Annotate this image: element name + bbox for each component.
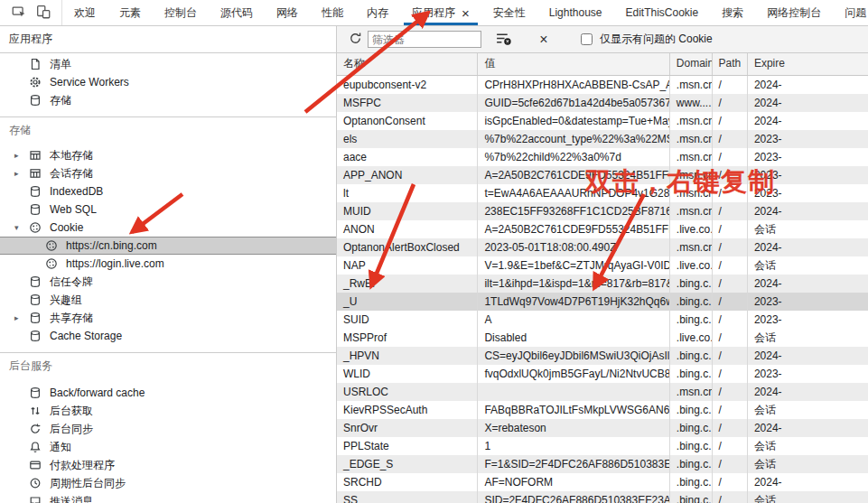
- cookie-expires-cell[interactable]: 2024-: [748, 275, 868, 293]
- cookie-expires-cell[interactable]: 2023-: [748, 148, 868, 166]
- tab-elements[interactable]: 元素: [107, 0, 153, 25]
- column-header-path[interactable]: Path: [713, 53, 748, 75]
- cookie-value-cell[interactable]: %7b%22account_type%22%3a%22MSA%22%...: [478, 130, 669, 148]
- tab-network-console[interactable]: 网络控制台: [755, 0, 833, 25]
- tab-welcome[interactable]: 欢迎: [62, 0, 107, 25]
- cookie-name-cell[interactable]: eupubconsent-v2: [337, 76, 478, 94]
- cookie-domain-cell[interactable]: .msn.cn: [670, 202, 713, 220]
- cookie-value-cell[interactable]: F=1&SID=2F4DFC26AF886D510383EF23AEEE...: [478, 455, 669, 473]
- cookie-value-cell[interactable]: %7b%22child%22%3a0%7d: [478, 148, 669, 166]
- cookie-expires-cell[interactable]: 会话: [748, 256, 868, 275]
- cookie-expires-cell[interactable]: 2024-: [748, 112, 868, 130]
- cookie-expires-cell[interactable]: 2024-: [748, 419, 868, 437]
- cookie-domain-cell[interactable]: .msn.cn: [670, 130, 713, 148]
- cookie-row[interactable]: MSFPCGUID=5cfe62d67b1a42d4be5a0573676409…: [337, 94, 868, 112]
- cookie-filter-input[interactable]: [368, 31, 481, 48]
- chevron-right-icon[interactable]: ▸: [14, 313, 29, 322]
- cookie-expires-cell[interactable]: 2024-: [748, 473, 868, 491]
- cookie-value-cell[interactable]: CS=eyJQbil6eyJDbil6MSwiU3QiOjAsIlFzIjowL…: [478, 347, 669, 365]
- cookie-domain-cell[interactable]: .bing.c...: [670, 347, 713, 365]
- cookie-name-cell[interactable]: _RwBf: [337, 275, 478, 293]
- cookie-value-cell[interactable]: A=2A50B2C761CDE9FD55324B51FFFFFFFF&E...: [478, 166, 669, 184]
- tab-memory[interactable]: 内存: [355, 0, 400, 25]
- column-header-name[interactable]: 名称: [337, 53, 478, 75]
- cookie-row[interactable]: MUID238EC15FF93268FF1C1CD25BF871696F.msn…: [337, 202, 868, 220]
- cookie-name-cell[interactable]: WLID: [337, 365, 478, 383]
- only-problem-cookies-checkbox[interactable]: [581, 33, 593, 45]
- cookie-row[interactable]: _EDGE_SF=1&SID=2F4DFC26AF886D510383EF23A…: [337, 455, 868, 473]
- cookie-domain-cell[interactable]: .msn.cn: [670, 238, 713, 256]
- cookie-expires-cell[interactable]: 2024-: [748, 94, 868, 112]
- cookie-domain-cell[interactable]: .msn.cn: [670, 383, 713, 401]
- cookie-name-cell[interactable]: MSPProf: [337, 329, 478, 347]
- cookie-expires-cell[interactable]: 2024-: [748, 202, 868, 220]
- cookie-name-cell[interactable]: PPLState: [337, 437, 478, 455]
- cookie-expires-cell[interactable]: 2024-: [748, 238, 868, 256]
- cookie-row[interactable]: SnrOvrX=rebateson.bing.c.../2024-: [337, 419, 868, 437]
- sidebar-item-interest-groups[interactable]: 兴趣组: [0, 291, 336, 309]
- cookie-name-cell[interactable]: SUID: [337, 311, 478, 329]
- cookie-value-cell[interactable]: 1TLdWq97Vow4D7P6T19HjK32hQq6wYrKqEn...: [478, 293, 669, 311]
- cookie-path-cell[interactable]: /: [713, 437, 748, 455]
- cookie-expires-cell[interactable]: 2024-: [748, 347, 868, 365]
- cookie-path-cell[interactable]: /: [713, 491, 748, 503]
- cookie-value-cell[interactable]: V=1.9&E=1bef&C=ZTJMrqAyaGI-V0IDpCmN...: [478, 256, 669, 275]
- cookie-path-cell[interactable]: /: [713, 184, 748, 202]
- cookie-domain-cell[interactable]: .live.co...: [670, 256, 713, 275]
- sidebar-item-trust-tokens[interactable]: 信任令牌: [0, 273, 336, 291]
- cookie-row[interactable]: OptanonAlertBoxClosed2023-05-01T18:08:00…: [337, 238, 868, 256]
- cookie-row[interactable]: els%7b%22account_type%22%3a%22MSA%22%...…: [337, 130, 868, 148]
- cookie-expires-cell[interactable]: 会话: [748, 437, 868, 455]
- cookie-path-cell[interactable]: /: [713, 220, 748, 238]
- chevron-down-icon[interactable]: ▾: [14, 223, 29, 232]
- cookie-path-cell[interactable]: /: [713, 329, 748, 347]
- cookie-name-cell[interactable]: NAP: [337, 256, 478, 275]
- tab-editthiscookie[interactable]: EditThisCookie: [613, 0, 710, 25]
- refresh-button[interactable]: [344, 29, 366, 51]
- cookie-row[interactable]: ltt=EwA4A6AEAAAURnNPDOP4v1G28DRF5A6y....…: [337, 184, 868, 202]
- cookie-value-cell[interactable]: isGpcEnabled=0&datestamp=Tue+May+02+...: [478, 112, 669, 130]
- cookie-path-cell[interactable]: /: [713, 293, 748, 311]
- cookie-expires-cell[interactable]: 2023-: [748, 365, 868, 383]
- cookie-path-cell[interactable]: /: [713, 148, 748, 166]
- cookie-row[interactable]: ANONA=2A50B2C761CDE9FD55324B51FFFFFFFF&E…: [337, 220, 868, 238]
- cookie-path-cell[interactable]: /: [713, 256, 748, 275]
- tab-lighthouse[interactable]: Lighthouse: [537, 0, 614, 25]
- cookie-name-cell[interactable]: MUID: [337, 202, 478, 220]
- sidebar-item-manifest[interactable]: 清单: [0, 55, 336, 73]
- cookie-expires-cell[interactable]: 会话: [748, 455, 868, 473]
- cookie-domain-cell[interactable]: www....: [670, 94, 713, 112]
- cookie-row[interactable]: SSSID=2F4DFC26AF886D510383EF23AEEE6C5C..…: [337, 491, 868, 503]
- cookie-value-cell[interactable]: Disabled: [478, 329, 669, 347]
- cookie-domain-cell[interactable]: .live.co...: [670, 220, 713, 238]
- cookie-name-cell[interactable]: APP_ANON: [337, 166, 478, 184]
- cookie-expires-cell[interactable]: 会话: [748, 491, 868, 503]
- cookie-value-cell[interactable]: fvqOdxlUQk0jmB5GFayL/Ni2NtvUCB8tLafBga..…: [478, 365, 669, 383]
- cookie-name-cell[interactable]: aace: [337, 148, 478, 166]
- cookie-name-cell[interactable]: USRLOC: [337, 383, 478, 401]
- cookie-domain-cell[interactable]: .bing.c...: [670, 455, 713, 473]
- cookie-name-cell[interactable]: _U: [337, 293, 478, 311]
- cookie-name-cell[interactable]: ANON: [337, 220, 478, 238]
- cookie-row[interactable]: eupubconsent-v2CPrH8HXPrH8HXAcABBENB-CsA…: [337, 76, 868, 94]
- cookie-domain-cell[interactable]: .bing.c...: [670, 437, 713, 455]
- sidebar-item-shared-storage[interactable]: ▸共享存储: [0, 309, 336, 327]
- cookie-name-cell[interactable]: SRCHD: [337, 473, 478, 491]
- cookie-name-cell[interactable]: MSFPC: [337, 94, 478, 112]
- cookie-value-cell[interactable]: AF=NOFORM: [478, 473, 669, 491]
- tab-security[interactable]: 安全性: [481, 0, 537, 25]
- cookie-expires-cell[interactable]: 2024-: [748, 76, 868, 94]
- cookie-name-cell[interactable]: OptanonConsent: [337, 112, 478, 130]
- cookie-domain-cell[interactable]: .bing.c...: [670, 491, 713, 503]
- cookie-row[interactable]: SRCHDAF=NOFORM.bing.c.../2024-: [337, 473, 868, 491]
- cookie-path-cell[interactable]: /: [713, 455, 748, 473]
- cookie-value-cell[interactable]: FABqBBRaTOJILtFsMkpLVWSG6AN6C/svRwN...: [478, 401, 669, 419]
- cookie-value-cell[interactable]: 238EC15FF93268FF1C1CD25BF871696F: [478, 202, 669, 220]
- sidebar-item-payment-handler[interactable]: 付款处理程序: [0, 456, 336, 474]
- cookie-expires-cell[interactable]: 会话: [748, 401, 868, 419]
- cookie-value-cell[interactable]: 1: [478, 437, 669, 455]
- cookie-value-cell[interactable]: CPrH8HXPrH8HXAcABBENB-CsAP_AAH_AACi...: [478, 76, 669, 94]
- cookie-path-cell[interactable]: /: [713, 419, 748, 437]
- cookie-domain-cell[interactable]: .bing.c...: [670, 311, 713, 329]
- cookie-row[interactable]: MSPProfDisabled.live.co.../会话: [337, 329, 868, 347]
